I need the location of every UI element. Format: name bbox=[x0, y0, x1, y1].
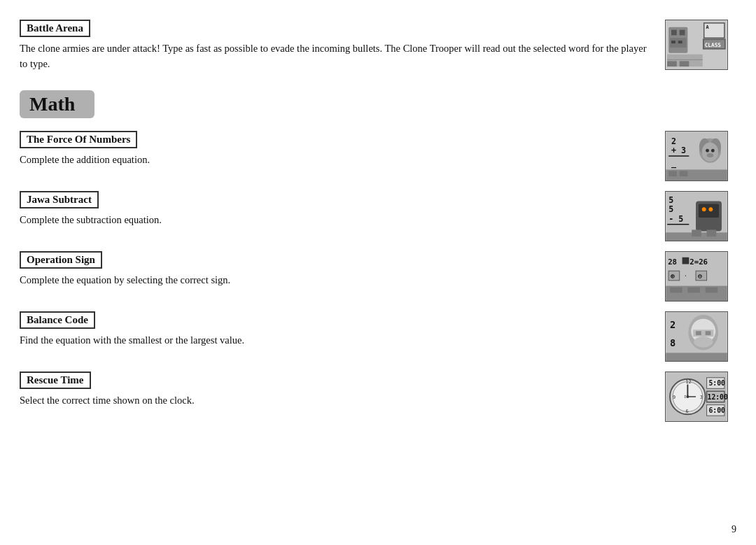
force-of-numbers-thumbnail: 2 + 3 _ bbox=[665, 131, 728, 181]
jawa-subtract-description: Complete the subtraction equation. bbox=[20, 213, 651, 228]
svg-rect-5 bbox=[671, 41, 676, 43]
svg-text:5: 5 bbox=[668, 204, 673, 214]
svg-rect-52 bbox=[670, 287, 682, 292]
balance-code-section: Balance Code Find the equation with the … bbox=[20, 311, 728, 362]
svg-text:6: 6 bbox=[685, 409, 688, 414]
svg-rect-6 bbox=[678, 41, 682, 43]
svg-text:12: 12 bbox=[685, 378, 691, 384]
svg-text:_: _ bbox=[671, 157, 677, 168]
svg-text:5: 5 bbox=[668, 194, 673, 204]
svg-text:9: 9 bbox=[673, 394, 676, 399]
svg-text:A: A bbox=[706, 24, 709, 30]
balance-code-label: Balance Code bbox=[20, 311, 95, 329]
svg-point-24 bbox=[706, 148, 709, 152]
svg-point-37 bbox=[702, 207, 706, 211]
rescue-time-description: Select the correct time shown on the clo… bbox=[20, 393, 651, 409]
svg-text:+ 3: + 3 bbox=[671, 146, 686, 155]
force-of-numbers-description: Complete the addition equation. bbox=[20, 153, 651, 168]
svg-text:6:00: 6:00 bbox=[709, 406, 726, 414]
svg-rect-2 bbox=[671, 30, 677, 36]
svg-text:2: 2 bbox=[670, 319, 676, 330]
rescue-time-text: Rescue Time Select the correct time show… bbox=[20, 371, 665, 409]
svg-rect-14 bbox=[680, 61, 690, 66]
math-heading: Math bbox=[20, 90, 94, 118]
svg-text:2=26: 2=26 bbox=[690, 257, 708, 266]
rescue-time-thumbnail: 12 3 6 9 ↕ 5:00 12:00 6:00 bbox=[665, 371, 728, 422]
operation-sign-label: Operation Sign bbox=[20, 251, 102, 269]
battle-arena-section: Battle Arena The clone armies are under … bbox=[20, 20, 728, 72]
svg-rect-64 bbox=[666, 353, 727, 361]
battle-arena-label: Battle Arena bbox=[20, 20, 90, 37]
balance-code-description: Find the equation with the smallest or t… bbox=[20, 333, 651, 348]
svg-rect-60 bbox=[706, 331, 711, 335]
svg-rect-3 bbox=[680, 30, 685, 36]
battle-arena-text: Battle Arena The clone armies are under … bbox=[20, 20, 665, 72]
svg-rect-13 bbox=[667, 61, 677, 66]
svg-rect-41 bbox=[707, 229, 717, 236]
svg-rect-44 bbox=[682, 257, 690, 264]
force-of-numbers-label: The Force Of Numbers bbox=[20, 131, 137, 148]
svg-text:5:00: 5:00 bbox=[709, 379, 726, 387]
svg-text:2: 2 bbox=[671, 136, 676, 146]
force-of-numbers-text: The Force Of Numbers Complete the additi… bbox=[20, 131, 665, 168]
operation-sign-description: Complete the equation by selecting the c… bbox=[20, 273, 651, 288]
jawa-subtract-label: Jawa Subtract bbox=[20, 191, 99, 208]
battle-arena-thumbnail: A CLASS bbox=[665, 20, 728, 70]
battle-arena-description: The clone armies are under attack! Type … bbox=[20, 41, 651, 72]
svg-point-25 bbox=[711, 148, 715, 152]
svg-point-38 bbox=[709, 207, 713, 211]
svg-point-61 bbox=[694, 337, 713, 348]
svg-rect-28 bbox=[668, 171, 677, 176]
svg-text:12:00: 12:00 bbox=[708, 392, 728, 400]
rescue-time-label: Rescue Time bbox=[20, 371, 91, 389]
page-number: 9 bbox=[732, 524, 736, 535]
page: Battle Arena The clone armies are under … bbox=[0, 0, 756, 545]
balance-code-thumbnail: 2 8 bbox=[665, 311, 728, 362]
svg-text:8: 8 bbox=[670, 337, 676, 348]
operation-sign-section: Operation Sign Complete the equation by … bbox=[20, 251, 728, 302]
jawa-subtract-section: Jawa Subtract Complete the subtraction e… bbox=[20, 191, 728, 241]
svg-text:CLASS: CLASS bbox=[705, 42, 722, 48]
operation-sign-text: Operation Sign Complete the equation by … bbox=[20, 251, 665, 288]
svg-text:↕: ↕ bbox=[684, 392, 687, 399]
svg-rect-29 bbox=[680, 171, 688, 176]
svg-rect-54 bbox=[706, 287, 718, 292]
force-of-numbers-section: The Force Of Numbers Complete the additi… bbox=[20, 131, 728, 181]
svg-rect-59 bbox=[696, 331, 701, 335]
svg-text:·: · bbox=[684, 271, 688, 279]
svg-text:28: 28 bbox=[668, 257, 677, 266]
operation-sign-thumbnail: 28 2=26 ⊕ · ⊖ bbox=[665, 251, 728, 302]
svg-rect-53 bbox=[687, 287, 700, 292]
svg-point-23 bbox=[702, 142, 718, 161]
svg-text:- 5: - 5 bbox=[668, 213, 683, 223]
jawa-subtract-thumbnail: 5 5 - 5 bbox=[665, 191, 728, 241]
jawa-subtract-text: Jawa Subtract Complete the subtraction e… bbox=[20, 191, 665, 228]
svg-rect-40 bbox=[692, 229, 701, 236]
rescue-time-section: Rescue Time Select the correct time show… bbox=[20, 371, 728, 422]
svg-point-26 bbox=[707, 153, 714, 157]
balance-code-text: Balance Code Find the equation with the … bbox=[20, 311, 665, 348]
svg-text:⊕: ⊕ bbox=[671, 271, 675, 279]
svg-rect-36 bbox=[699, 204, 719, 217]
svg-text:3: 3 bbox=[700, 394, 703, 399]
svg-text:⊖: ⊖ bbox=[698, 271, 702, 279]
